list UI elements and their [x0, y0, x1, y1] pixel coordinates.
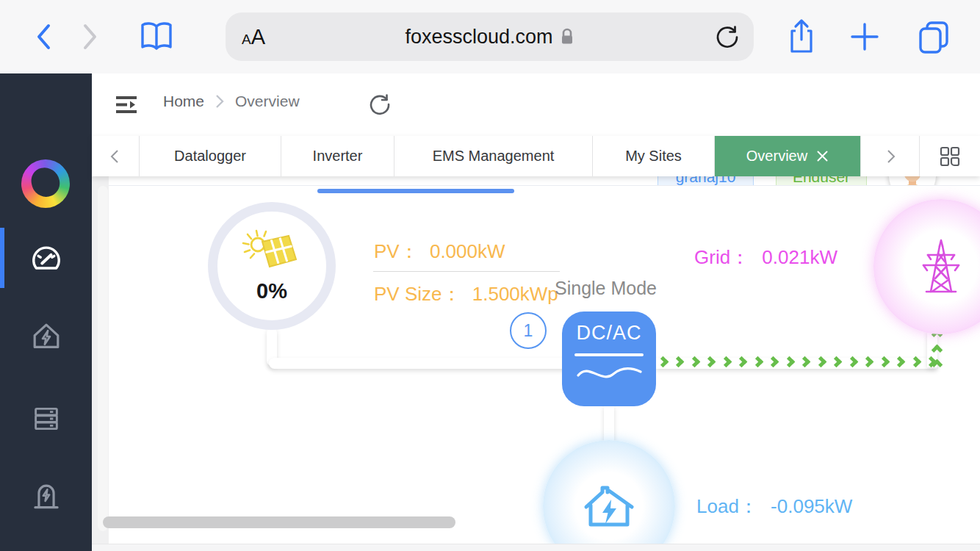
app-header: Home Overview grahaj10 Enduser	[92, 73, 980, 136]
sine-wave-icon	[574, 359, 644, 389]
tab-datalogger[interactable]: Datalogger	[140, 136, 281, 176]
url-bar[interactable]: AA foxesscloud.com	[226, 12, 754, 61]
sidebar-item-devices[interactable]	[0, 388, 92, 450]
inverter-divider	[574, 353, 644, 356]
sidebar-item-plant[interactable]	[0, 306, 92, 367]
pv-size-label: PV Size：	[374, 283, 461, 305]
breadcrumb: Home Overview	[163, 93, 300, 110]
pv-percent: 0%	[256, 279, 287, 303]
inverter-number: 1	[524, 321, 533, 341]
inverter-node[interactable]: DC/AC	[562, 311, 656, 406]
chevron-left-icon	[107, 148, 123, 165]
vertical-scrollbar-thumb[interactable]	[98, 186, 108, 531]
tab-my-sites[interactable]: My Sites	[593, 136, 715, 176]
new-tab-button[interactable]	[848, 19, 882, 54]
pv-size-stat: PV Size： 1.500kWp	[374, 281, 558, 307]
reader-a-large: A	[251, 12, 265, 61]
chevron-right-icon	[882, 148, 898, 165]
pv-power-label: PV：	[374, 240, 419, 262]
pv-size-value: 1.500kWp	[472, 283, 558, 305]
browser-back-button[interactable]	[28, 21, 60, 53]
inverter-mode-label: Single Mode	[555, 278, 657, 299]
browser-forward-button[interactable]	[73, 21, 106, 53]
tab-overview-active[interactable]: Overview	[715, 136, 861, 176]
house-load-icon	[583, 482, 635, 530]
book-icon	[140, 21, 173, 53]
sidebar-item-charger[interactable]	[0, 467, 92, 528]
load-stat: Load： -0.095kW	[696, 494, 852, 519]
tab-label: Inverter	[313, 148, 363, 165]
lock-icon	[560, 27, 574, 46]
share-icon	[787, 18, 816, 56]
tab-switcher-button[interactable]	[915, 18, 952, 56]
pv-power-value: 0.000kW	[430, 240, 505, 262]
solar-panel-sun-icon	[242, 229, 302, 278]
tab-ems-management[interactable]: EMS Management	[394, 136, 593, 176]
plus-icon	[849, 21, 880, 52]
pv-node[interactable]: 0%	[208, 202, 336, 330]
tab-label: Datalogger	[174, 148, 246, 165]
tabs-icon	[917, 19, 951, 54]
house-energy-icon	[29, 320, 63, 353]
grid-flow-arrows	[659, 354, 935, 369]
browser-reload-button[interactable]	[713, 22, 742, 51]
page-refresh-button[interactable]	[365, 90, 394, 119]
inverter-number-badge: 1	[510, 312, 547, 349]
pv-power-stat: PV： 0.000kW	[374, 239, 505, 264]
share-button[interactable]	[785, 16, 818, 57]
sidebar-active-indicator	[0, 228, 4, 288]
url-text: foxesscloud.com	[405, 26, 552, 48]
refresh-icon	[368, 93, 392, 116]
bookmarks-button[interactable]	[138, 18, 175, 56]
tab-label: My Sites	[625, 148, 682, 165]
foxess-logo[interactable]	[21, 159, 70, 208]
tabs-menu-button[interactable]	[920, 136, 979, 176]
tabs-scroll-left-button[interactable]	[92, 136, 140, 176]
top-horizontal-scrollbar-thumb[interactable]	[317, 189, 514, 193]
safari-toolbar: AA foxesscloud.com	[0, 0, 980, 73]
inverter-to-load-track	[604, 406, 614, 444]
sidebar-item-reports[interactable]	[0, 544, 92, 551]
tabs-scroll-right-button[interactable]	[861, 136, 920, 176]
bottom-page-strip	[92, 544, 980, 551]
close-tab-icon[interactable]	[816, 150, 829, 162]
grid-label: Grid：	[694, 246, 749, 268]
chevron-right-icon	[78, 22, 101, 51]
reader-options-button[interactable]: AA	[242, 12, 265, 61]
grid-flow-arrows-vertical	[929, 331, 944, 369]
dashboard-gauge-icon	[29, 242, 63, 276]
grid-value: 0.021kW	[762, 246, 837, 268]
load-label: Load：	[696, 495, 758, 517]
pv-to-inverter-track	[269, 358, 588, 369]
tab-inverter[interactable]: Inverter	[281, 136, 394, 176]
sidebar-collapse-button[interactable]	[112, 92, 142, 118]
app-sidebar	[0, 73, 92, 551]
collapse-menu-icon	[114, 93, 140, 117]
page-tabs-bar: Datalogger Inverter EMS Management My Si…	[92, 136, 980, 176]
pv-stats-divider	[373, 271, 560, 272]
breadcrumb-home[interactable]: Home	[163, 93, 204, 110]
inverter-label: DC/AC	[576, 322, 641, 345]
server-stack-icon	[29, 402, 63, 436]
reader-a-small: A	[242, 15, 251, 64]
bottom-horizontal-scrollbar-thumb[interactable]	[103, 516, 455, 528]
grid-menu-icon	[937, 144, 962, 169]
grid-stat: Grid： 0.021kW	[694, 245, 837, 270]
power-tower-icon	[913, 237, 969, 296]
tab-label: Overview	[746, 148, 807, 165]
sidebar-item-dashboard[interactable]	[0, 228, 92, 289]
url-display: foxesscloud.com	[226, 26, 754, 48]
breadcrumb-separator-icon	[215, 93, 225, 109]
charging-pile-icon	[29, 480, 63, 514]
chevron-left-icon	[32, 22, 56, 51]
tab-label: EMS Management	[433, 148, 555, 165]
reload-icon	[715, 24, 740, 49]
breadcrumb-current: Overview	[235, 93, 300, 110]
load-value: -0.095kW	[771, 495, 852, 517]
